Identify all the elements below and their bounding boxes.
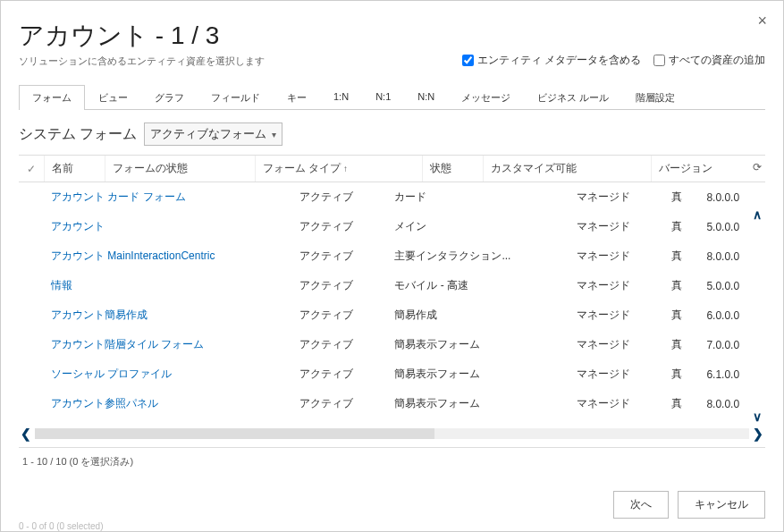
cell-formState: アクティブ [292, 418, 387, 424]
scroll-left-icon[interactable]: ❮ [19, 426, 33, 441]
tab-9[interactable]: ビジネス ルール [524, 85, 622, 110]
table-row[interactable]: アカウント MainInteractionCentricアクティブ主要インタラク… [19, 241, 765, 271]
column-version[interactable]: バージョン [652, 156, 765, 182]
page-title: アカウント - 1 / 3 [19, 19, 265, 53]
cell-formType: 簡易表示フォーム [387, 389, 569, 418]
vertical-scrollbar[interactable]: ∧ ∨ [749, 207, 765, 424]
column-state[interactable]: 状態 [422, 156, 483, 182]
cell-name[interactable]: アカウント参照パネル [44, 389, 292, 418]
cell-formType: 簡易表示フォーム [387, 330, 569, 359]
hscroll-track[interactable] [35, 428, 749, 439]
cell-customizable: 真 [664, 271, 699, 300]
cell-state: マネージド [569, 300, 664, 330]
tab-6[interactable]: N:1 [362, 85, 404, 110]
cell-customizable: 真 [664, 212, 699, 241]
scroll-up-icon[interactable]: ∧ [753, 207, 762, 222]
row-checkbox[interactable] [19, 359, 44, 389]
tab-7[interactable]: N:N [404, 85, 448, 110]
row-checkbox[interactable] [19, 330, 44, 359]
tab-bar: フォームビューグラフフィールドキー1:NN:1N:Nメッセージビジネス ルール階… [19, 84, 765, 110]
cell-name[interactable]: 情報 [44, 271, 292, 300]
chevron-down-icon: ▾ [272, 130, 276, 139]
row-checkbox[interactable] [19, 389, 44, 418]
cell-state: マネージド [569, 241, 664, 271]
cell-formType: 簡易表示フォーム [387, 418, 569, 424]
table-row[interactable]: アカウント カード フォームアクティブカードマネージド真8.0.0.0 [19, 182, 765, 212]
next-button[interactable]: 次へ [613, 491, 669, 519]
column-name[interactable]: 名前 [44, 156, 105, 182]
tab-4[interactable]: キー [274, 85, 320, 110]
row-checkbox[interactable] [19, 241, 44, 271]
cell-formState: アクティブ [292, 182, 387, 212]
view-selector-dropdown[interactable]: アクティブなフォーム ▾ [144, 122, 282, 146]
horizontal-scrollbar[interactable]: ❮ ❯ [19, 426, 765, 442]
row-checkbox[interactable] [19, 182, 44, 212]
select-all-column[interactable]: ✓ [19, 156, 44, 182]
include-metadata-input[interactable] [462, 55, 474, 66]
cell-name[interactable]: アカウント MainInteractionCentric [44, 241, 292, 271]
tab-5[interactable]: 1:N [320, 85, 362, 110]
table-row[interactable]: アカウント簡易作成アクティブ簡易作成マネージド真6.0.0.0 [19, 300, 765, 330]
cell-state: マネージド [569, 212, 664, 241]
row-checkbox[interactable] [19, 212, 44, 241]
cell-name[interactable]: アカウント階層タイル フォーム [44, 330, 292, 359]
status-bar: 1 - 10 / 10 (0 を選択済み) [19, 447, 765, 476]
tab-10[interactable]: 階層設定 [622, 85, 688, 110]
table-row[interactable]: ソーシャル プロファイルアクティブ簡易表示フォームマネージド真6.1.0.0 [19, 359, 765, 389]
cancel-button[interactable]: キャンセル [678, 491, 765, 519]
row-checkbox[interactable] [19, 300, 44, 330]
table-row[interactable]: アカウントアクティブメインマネージド真5.0.0.0 [19, 212, 765, 241]
cell-formType: 主要インタラクション... [387, 241, 569, 271]
scroll-down-icon[interactable]: ∨ [753, 410, 762, 424]
table-row[interactable]: アカウント参照パネルアクティブ簡易表示フォームマネージド真8.0.0.0 [19, 389, 765, 418]
column-customizable[interactable]: カスタマイズ可能 [483, 156, 651, 182]
cell-customizable: 真 [664, 241, 699, 271]
scroll-right-icon[interactable]: ❯ [751, 426, 765, 441]
tab-0[interactable]: フォーム [19, 85, 85, 110]
cell-state: マネージド [569, 418, 664, 424]
cell-name[interactable]: アカウント [44, 212, 292, 241]
cell-name[interactable]: アカウント簡易作成 [44, 300, 292, 330]
cell-name[interactable]: アカウント カード フォーム [44, 182, 292, 212]
cell-state: マネージド [569, 389, 664, 418]
cell-formType: 簡易表示フォーム [387, 359, 569, 389]
cell-name[interactable]: 最近使用したケースと権利 [44, 418, 292, 424]
cell-formType: モバイル - 高速 [387, 271, 569, 300]
close-icon[interactable]: × [757, 12, 767, 30]
table-row[interactable]: 最近使用したケースと権利アクティブ簡易表示フォームマネージド真8.0.0.0 [19, 418, 765, 424]
cell-customizable: 真 [664, 389, 699, 418]
cell-formState: アクティブ [292, 389, 387, 418]
grid: ⟳ ✓名前フォームの状態フォーム タイプ状態カスタマイズ可能バージョン アカウン… [19, 155, 765, 424]
cell-name[interactable]: ソーシャル プロファイル [44, 359, 292, 389]
include-metadata-checkbox[interactable]: エンティティ メタデータを含める [462, 53, 641, 68]
hscroll-thumb[interactable] [35, 428, 434, 439]
tab-3[interactable]: フィールド [198, 85, 274, 110]
cell-state: マネージド [569, 182, 664, 212]
cell-formState: アクティブ [292, 241, 387, 271]
cell-customizable: 真 [664, 418, 699, 424]
cell-state: マネージド [569, 330, 664, 359]
column-formType[interactable]: フォーム タイプ [255, 156, 422, 182]
row-checkbox[interactable] [19, 271, 44, 300]
cell-customizable: 真 [664, 330, 699, 359]
add-all-resources-input[interactable] [653, 55, 665, 66]
cell-formState: アクティブ [292, 212, 387, 241]
cell-customizable: 真 [664, 300, 699, 330]
tab-8[interactable]: メッセージ [448, 85, 524, 110]
page-subtitle: ソリューションに含めるエンティティ資産を選択します [19, 55, 265, 68]
view-selector-value: アクティブなフォーム [150, 126, 266, 142]
refresh-icon[interactable]: ⟳ [753, 161, 762, 173]
cell-customizable: 真 [664, 182, 699, 212]
tab-2[interactable]: グラフ [141, 85, 198, 110]
cell-formType: カード [387, 182, 569, 212]
tab-1[interactable]: ビュー [85, 85, 141, 110]
column-formState[interactable]: フォームの状態 [105, 156, 255, 182]
cell-formState: アクティブ [292, 330, 387, 359]
include-metadata-label: エンティティ メタデータを含める [477, 53, 641, 68]
table-row[interactable]: 情報アクティブモバイル - 高速マネージド真5.0.0.0 [19, 271, 765, 300]
row-checkbox[interactable] [19, 418, 44, 424]
cell-formType: メイン [387, 212, 569, 241]
cell-state: マネージド [569, 271, 664, 300]
table-row[interactable]: アカウント階層タイル フォームアクティブ簡易表示フォームマネージド真7.0.0.… [19, 330, 765, 359]
add-all-resources-checkbox[interactable]: すべての資産の追加 [653, 53, 765, 68]
